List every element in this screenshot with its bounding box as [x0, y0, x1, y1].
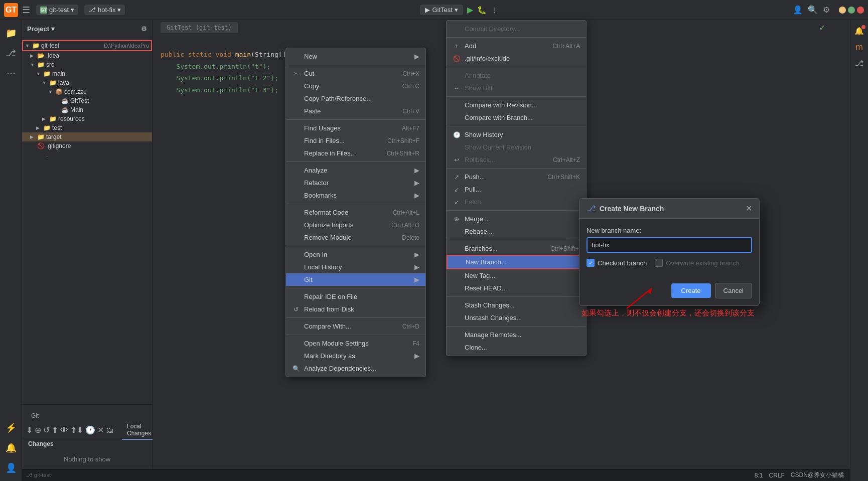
- sidebar-item-bottom-2[interactable]: 🔔: [2, 439, 20, 457]
- menu-item-bookmarks[interactable]: Bookmarks ▶: [286, 189, 425, 202]
- git-commit-icon[interactable]: ⊕: [35, 425, 41, 435]
- menu-item-copy-path[interactable]: Copy Path/Reference...: [286, 92, 425, 105]
- sidebar-item-bottom-1[interactable]: ⚡: [2, 419, 20, 437]
- menu-item-mark-dir[interactable]: Mark Directory as ▶: [286, 350, 425, 362]
- project-dropdown-icon[interactable]: ▾: [71, 6, 74, 14]
- git-download-icon[interactable]: ⬆: [52, 425, 58, 435]
- menu-item-rollback[interactable]: ↩ Rollback... Ctrl+Alt+Z: [447, 153, 586, 166]
- tree-item-mainfile[interactable]: ☕ Main: [22, 105, 152, 114]
- panel-settings-icon[interactable]: ⚙: [141, 25, 147, 33]
- tree-item-gittest[interactable]: ☕ GitTest: [22, 96, 152, 105]
- maximize-button[interactable]: [848, 7, 855, 14]
- menu-item-annotate[interactable]: Annotate: [447, 69, 586, 82]
- profile-icon[interactable]: 👤: [793, 5, 803, 15]
- settings-icon[interactable]: ⚙: [823, 5, 830, 15]
- branch-dropdown-icon[interactable]: ▾: [117, 6, 121, 14]
- menu-item-open-in[interactable]: Open In ▶: [286, 248, 425, 261]
- tree-item-target[interactable]: ▶ 📁 target: [22, 132, 152, 141]
- menu-item-new-tag[interactable]: New Tag...: [447, 269, 586, 282]
- menu-item-compare-with[interactable]: Compare With... Ctrl+D: [286, 320, 425, 333]
- menu-item-paste[interactable]: Paste Ctrl+V: [286, 105, 425, 117]
- minimize-button[interactable]: [839, 7, 846, 14]
- sidebar-right-notifications[interactable]: 🔔: [852, 24, 866, 38]
- hamburger-menu-icon[interactable]: ☰: [22, 5, 30, 16]
- run-config[interactable]: ▶ GitTest ▾: [420, 5, 463, 15]
- search-icon[interactable]: 🔍: [808, 5, 818, 15]
- git-clock-icon[interactable]: 🕐: [85, 425, 95, 435]
- tab-local-changes[interactable]: Local Changes: [122, 421, 156, 440]
- branch-name-input[interactable]: [587, 237, 752, 253]
- menu-item-show-history[interactable]: 🕐 Show History: [447, 128, 586, 141]
- sidebar-item-bottom-3[interactable]: 👤: [2, 459, 20, 477]
- menu-item-fetch[interactable]: ↙ Fetch: [447, 196, 586, 208]
- menu-item-local-history[interactable]: Local History ▶: [286, 261, 425, 273]
- menu-item-branches[interactable]: Branches... Ctrl+Shift+': [447, 242, 586, 255]
- git-stash-icon[interactable]: ✕: [97, 425, 104, 435]
- project-badge[interactable]: GT git-test ▾: [36, 5, 78, 15]
- menu-item-add[interactable]: + Add Ctrl+Alt+A: [447, 40, 586, 52]
- checkout-checkbox-container[interactable]: ✓ Checkout branch: [587, 259, 647, 267]
- sidebar-item-project[interactable]: 📁: [2, 24, 20, 42]
- dialog-close-button[interactable]: ✕: [746, 204, 752, 213]
- menu-item-clone[interactable]: Clone...: [447, 341, 586, 354]
- tree-item-dot[interactable]: .: [22, 150, 152, 159]
- menu-item-manage-remotes[interactable]: Manage Remotes...: [447, 329, 586, 341]
- tree-item-test[interactable]: ▶ 📁 test: [22, 123, 152, 132]
- run-config-dropdown-icon[interactable]: ▾: [455, 6, 458, 14]
- menu-item-commit-dir[interactable]: Commit Directory...: [447, 23, 586, 35]
- tree-item-idea[interactable]: ▶ 📂 .idea: [22, 51, 152, 60]
- menu-item-analyze-dep[interactable]: 🔍 Analyze Dependencies...: [286, 362, 425, 375]
- menu-item-reformat[interactable]: Reformat Code Ctrl+Alt+L: [286, 206, 425, 219]
- tree-item-gitignore[interactable]: 🚫 .gitignore: [22, 141, 152, 150]
- sidebar-item-more[interactable]: ⋯: [2, 64, 20, 82]
- menu-item-stash[interactable]: Stash Changes...: [447, 299, 586, 311]
- overwrite-checkbox[interactable]: [655, 259, 663, 267]
- branch-badge[interactable]: ⎇ hot-fix ▾: [84, 5, 125, 15]
- git-fetch-icon[interactable]: ⬇: [26, 425, 33, 435]
- menu-item-push[interactable]: ↗ Push... Ctrl+Shift+K: [447, 171, 586, 183]
- menu-item-cut[interactable]: ✂ Cut Ctrl+X: [286, 67, 425, 80]
- menu-item-unstash[interactable]: Unstash Changes...: [447, 311, 586, 324]
- git-expand-icon[interactable]: ⬆⬇: [70, 425, 83, 435]
- run-more-icon[interactable]: ⋮: [491, 6, 498, 14]
- debug-button-icon[interactable]: 🐛: [477, 6, 487, 15]
- tree-item-git-test[interactable]: ▼ 📁 git-test D:\Python\IdeaPro: [22, 40, 152, 51]
- tree-item-src[interactable]: ▼ 📁 src: [22, 60, 152, 69]
- menu-item-reload[interactable]: ↺ Reload from Disk: [286, 303, 425, 315]
- menu-item-repair-ide[interactable]: Repair IDE on File: [286, 290, 425, 303]
- menu-item-exclude[interactable]: 🚫 .git/info/exclude: [447, 52, 586, 65]
- git-tab-label[interactable]: Git: [26, 410, 44, 422]
- close-button[interactable]: [857, 7, 864, 14]
- menu-item-analyze[interactable]: Analyze ▶: [286, 164, 425, 177]
- run-button-icon[interactable]: ▶: [467, 5, 473, 15]
- sidebar-right-plugins[interactable]: m: [852, 40, 866, 54]
- menu-item-pull[interactable]: ↙ Pull...: [447, 183, 586, 196]
- git-shelf-icon[interactable]: 🗂: [106, 426, 114, 435]
- menu-item-copy[interactable]: Copy Ctrl+C: [286, 80, 425, 92]
- overwrite-checkbox-container[interactable]: Overwrite existing branch: [655, 259, 740, 267]
- menu-item-reset-head[interactable]: Reset HEAD...: [447, 282, 586, 294]
- menu-item-rebase[interactable]: Rebase...: [447, 225, 586, 238]
- menu-item-find-usages[interactable]: Find Usages Alt+F7: [286, 122, 425, 134]
- menu-item-compare-branch[interactable]: Compare with Branch...: [447, 111, 586, 124]
- tree-item-main[interactable]: ▼ 📁 main: [22, 69, 152, 78]
- menu-item-find-in-files[interactable]: Find in Files... Ctrl+Shift+F: [286, 134, 425, 147]
- menu-item-compare-revision[interactable]: Compare with Revision...: [447, 99, 586, 111]
- menu-item-git[interactable]: Git ▶: [286, 273, 425, 286]
- menu-item-refactor[interactable]: Refactor ▶: [286, 177, 425, 189]
- menu-item-open-module[interactable]: Open Module Settings F4: [286, 337, 425, 350]
- tree-item-resources[interactable]: ▶ 📁 resources: [22, 114, 152, 123]
- editor-tab[interactable]: GitTest (git-test): [161, 22, 238, 33]
- project-title-dropdown-icon[interactable]: ▾: [51, 25, 55, 33]
- git-rollback-icon[interactable]: ↺: [43, 425, 50, 435]
- checkout-checkbox[interactable]: ✓: [587, 259, 595, 267]
- tree-item-java[interactable]: ▼ 📁 java: [22, 78, 152, 87]
- menu-item-new-branch[interactable]: New Branch...: [447, 255, 586, 269]
- sidebar-right-git[interactable]: ⎇: [852, 56, 866, 70]
- menu-item-remove-module[interactable]: Remove Module Delete: [286, 231, 425, 244]
- menu-item-show-current[interactable]: Show Current Revision: [447, 141, 586, 153]
- menu-item-replace-in-files[interactable]: Replace in Files... Ctrl+Shift+R: [286, 147, 425, 159]
- git-eye-icon[interactable]: 👁: [60, 426, 68, 435]
- menu-item-optimize[interactable]: Optimize Imports Ctrl+Alt+O: [286, 219, 425, 231]
- menu-item-merge[interactable]: ⊕ Merge...: [447, 213, 586, 225]
